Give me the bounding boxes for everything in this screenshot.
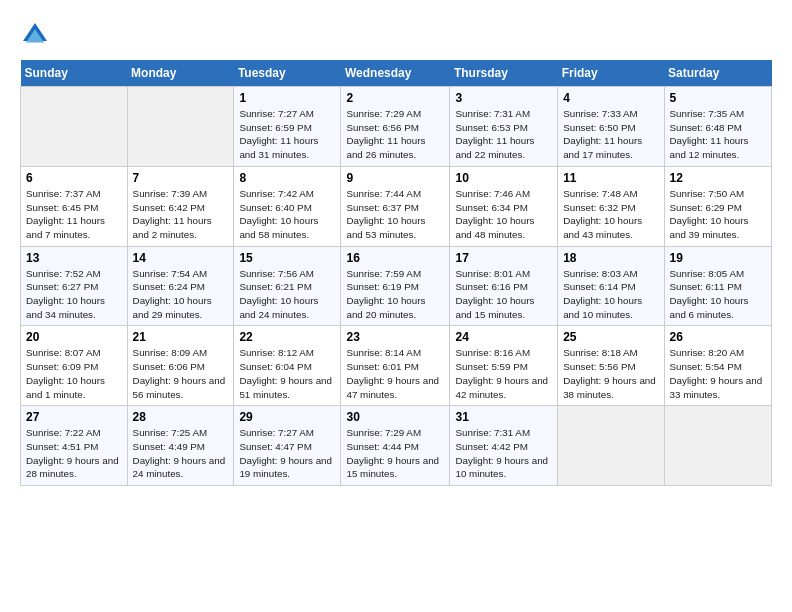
day-number: 1 [239,91,335,105]
day-number: 17 [455,251,552,265]
logo [20,20,54,50]
day-info: Sunrise: 8:12 AM Sunset: 6:04 PM Dayligh… [239,346,335,401]
day-number: 19 [670,251,766,265]
day-info: Sunrise: 7:59 AM Sunset: 6:19 PM Dayligh… [346,267,444,322]
weekday-header-friday: Friday [558,60,664,87]
day-number: 9 [346,171,444,185]
calendar-week-row: 1Sunrise: 7:27 AM Sunset: 6:59 PM Daylig… [21,87,772,167]
day-info: Sunrise: 7:22 AM Sunset: 4:51 PM Dayligh… [26,426,122,481]
calendar-cell: 27Sunrise: 7:22 AM Sunset: 4:51 PM Dayli… [21,406,128,486]
day-info: Sunrise: 7:37 AM Sunset: 6:45 PM Dayligh… [26,187,122,242]
weekday-header-sunday: Sunday [21,60,128,87]
calendar-cell: 25Sunrise: 8:18 AM Sunset: 5:56 PM Dayli… [558,326,664,406]
calendar-cell: 1Sunrise: 7:27 AM Sunset: 6:59 PM Daylig… [234,87,341,167]
weekday-header-monday: Monday [127,60,234,87]
calendar-cell: 6Sunrise: 7:37 AM Sunset: 6:45 PM Daylig… [21,166,128,246]
day-info: Sunrise: 8:14 AM Sunset: 6:01 PM Dayligh… [346,346,444,401]
weekday-header-tuesday: Tuesday [234,60,341,87]
calendar-cell [127,87,234,167]
calendar-cell: 16Sunrise: 7:59 AM Sunset: 6:19 PM Dayli… [341,246,450,326]
day-info: Sunrise: 7:27 AM Sunset: 6:59 PM Dayligh… [239,107,335,162]
day-number: 14 [133,251,229,265]
calendar-cell [558,406,664,486]
day-info: Sunrise: 7:29 AM Sunset: 4:44 PM Dayligh… [346,426,444,481]
day-number: 27 [26,410,122,424]
day-info: Sunrise: 8:05 AM Sunset: 6:11 PM Dayligh… [670,267,766,322]
day-number: 30 [346,410,444,424]
calendar-cell: 9Sunrise: 7:44 AM Sunset: 6:37 PM Daylig… [341,166,450,246]
calendar-week-row: 13Sunrise: 7:52 AM Sunset: 6:27 PM Dayli… [21,246,772,326]
day-number: 4 [563,91,658,105]
calendar-cell: 26Sunrise: 8:20 AM Sunset: 5:54 PM Dayli… [664,326,771,406]
day-info: Sunrise: 7:42 AM Sunset: 6:40 PM Dayligh… [239,187,335,242]
day-info: Sunrise: 7:52 AM Sunset: 6:27 PM Dayligh… [26,267,122,322]
day-info: Sunrise: 7:50 AM Sunset: 6:29 PM Dayligh… [670,187,766,242]
day-info: Sunrise: 7:27 AM Sunset: 4:47 PM Dayligh… [239,426,335,481]
day-info: Sunrise: 8:09 AM Sunset: 6:06 PM Dayligh… [133,346,229,401]
calendar-cell: 23Sunrise: 8:14 AM Sunset: 6:01 PM Dayli… [341,326,450,406]
day-number: 20 [26,330,122,344]
logo-icon [20,20,50,50]
day-number: 21 [133,330,229,344]
calendar-cell: 20Sunrise: 8:07 AM Sunset: 6:09 PM Dayli… [21,326,128,406]
day-info: Sunrise: 7:25 AM Sunset: 4:49 PM Dayligh… [133,426,229,481]
day-info: Sunrise: 7:46 AM Sunset: 6:34 PM Dayligh… [455,187,552,242]
day-number: 29 [239,410,335,424]
day-number: 25 [563,330,658,344]
calendar-cell [21,87,128,167]
calendar-cell: 2Sunrise: 7:29 AM Sunset: 6:56 PM Daylig… [341,87,450,167]
calendar-cell: 18Sunrise: 8:03 AM Sunset: 6:14 PM Dayli… [558,246,664,326]
day-number: 18 [563,251,658,265]
day-info: Sunrise: 7:54 AM Sunset: 6:24 PM Dayligh… [133,267,229,322]
day-info: Sunrise: 7:29 AM Sunset: 6:56 PM Dayligh… [346,107,444,162]
day-number: 31 [455,410,552,424]
calendar-cell: 29Sunrise: 7:27 AM Sunset: 4:47 PM Dayli… [234,406,341,486]
day-number: 2 [346,91,444,105]
calendar-cell: 4Sunrise: 7:33 AM Sunset: 6:50 PM Daylig… [558,87,664,167]
day-info: Sunrise: 7:44 AM Sunset: 6:37 PM Dayligh… [346,187,444,242]
calendar-cell: 13Sunrise: 7:52 AM Sunset: 6:27 PM Dayli… [21,246,128,326]
day-info: Sunrise: 7:31 AM Sunset: 4:42 PM Dayligh… [455,426,552,481]
calendar-cell: 28Sunrise: 7:25 AM Sunset: 4:49 PM Dayli… [127,406,234,486]
day-number: 7 [133,171,229,185]
calendar-table: SundayMondayTuesdayWednesdayThursdayFrid… [20,60,772,486]
day-info: Sunrise: 7:31 AM Sunset: 6:53 PM Dayligh… [455,107,552,162]
day-number: 13 [26,251,122,265]
calendar-cell: 10Sunrise: 7:46 AM Sunset: 6:34 PM Dayli… [450,166,558,246]
day-number: 11 [563,171,658,185]
calendar-cell: 24Sunrise: 8:16 AM Sunset: 5:59 PM Dayli… [450,326,558,406]
page-header [20,20,772,50]
calendar-cell: 30Sunrise: 7:29 AM Sunset: 4:44 PM Dayli… [341,406,450,486]
calendar-cell [664,406,771,486]
day-number: 16 [346,251,444,265]
weekday-header-saturday: Saturday [664,60,771,87]
day-number: 28 [133,410,229,424]
day-number: 23 [346,330,444,344]
day-info: Sunrise: 7:56 AM Sunset: 6:21 PM Dayligh… [239,267,335,322]
day-info: Sunrise: 8:07 AM Sunset: 6:09 PM Dayligh… [26,346,122,401]
calendar-cell: 14Sunrise: 7:54 AM Sunset: 6:24 PM Dayli… [127,246,234,326]
day-info: Sunrise: 8:20 AM Sunset: 5:54 PM Dayligh… [670,346,766,401]
weekday-header-thursday: Thursday [450,60,558,87]
day-number: 22 [239,330,335,344]
weekday-header-row: SundayMondayTuesdayWednesdayThursdayFrid… [21,60,772,87]
calendar-cell: 17Sunrise: 8:01 AM Sunset: 6:16 PM Dayli… [450,246,558,326]
day-number: 10 [455,171,552,185]
calendar-cell: 12Sunrise: 7:50 AM Sunset: 6:29 PM Dayli… [664,166,771,246]
weekday-header-wednesday: Wednesday [341,60,450,87]
day-number: 5 [670,91,766,105]
day-info: Sunrise: 8:01 AM Sunset: 6:16 PM Dayligh… [455,267,552,322]
calendar-cell: 21Sunrise: 8:09 AM Sunset: 6:06 PM Dayli… [127,326,234,406]
day-number: 3 [455,91,552,105]
day-number: 12 [670,171,766,185]
day-number: 8 [239,171,335,185]
calendar-week-row: 20Sunrise: 8:07 AM Sunset: 6:09 PM Dayli… [21,326,772,406]
day-number: 6 [26,171,122,185]
calendar-cell: 19Sunrise: 8:05 AM Sunset: 6:11 PM Dayli… [664,246,771,326]
calendar-week-row: 27Sunrise: 7:22 AM Sunset: 4:51 PM Dayli… [21,406,772,486]
calendar-cell: 11Sunrise: 7:48 AM Sunset: 6:32 PM Dayli… [558,166,664,246]
day-number: 24 [455,330,552,344]
day-info: Sunrise: 8:03 AM Sunset: 6:14 PM Dayligh… [563,267,658,322]
calendar-cell: 7Sunrise: 7:39 AM Sunset: 6:42 PM Daylig… [127,166,234,246]
calendar-cell: 5Sunrise: 7:35 AM Sunset: 6:48 PM Daylig… [664,87,771,167]
